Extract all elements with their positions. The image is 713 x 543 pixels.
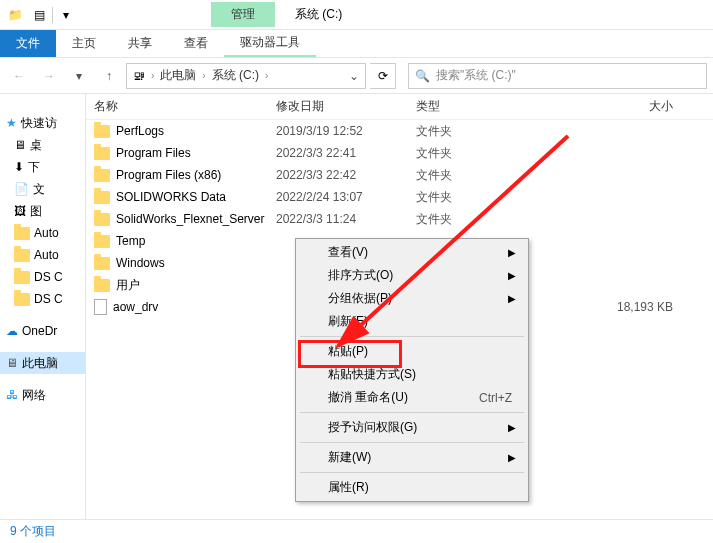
table-row[interactable]: Program Files2022/3/3 22:41文件夹 [86,142,713,164]
forward-button[interactable]: → [36,63,62,89]
sidebar-desktop[interactable]: 🖥桌 [0,134,85,156]
menu-separator [300,412,524,413]
address-bar[interactable]: 🖳 › 此电脑 › 系统 (C:) › ⌄ [126,63,366,89]
crumb-sep: › [151,70,154,81]
menu-sort[interactable]: 排序方式(O)▶ [298,264,526,287]
tab-share[interactable]: 共享 [112,30,168,57]
column-name[interactable]: 名称 [86,98,276,115]
cell-type: 文件夹 [416,211,536,228]
window-title: 系统 (C:) [275,2,362,27]
column-size[interactable]: 大小 [536,98,713,115]
pictures-icon: 🖼 [14,204,26,218]
menu-view[interactable]: 查看(V)▶ [298,241,526,264]
column-date[interactable]: 修改日期 [276,98,416,115]
menu-paste-shortcut[interactable]: 粘贴快捷方式(S) [298,363,526,386]
sidebar-folder-dsc1[interactable]: DS C [0,266,85,288]
table-row[interactable]: PerfLogs2019/3/19 12:52文件夹 [86,120,713,142]
cell-date: 2022/3/3 22:42 [276,168,416,182]
sidebar-folder-auto1[interactable]: Auto [0,222,85,244]
onedrive-icon: ☁ [6,324,18,338]
folder-icon [94,125,110,138]
ribbon: 文件 主页 共享 查看 驱动器工具 [0,30,713,58]
folder-icon [94,213,110,226]
submenu-arrow-icon: ▶ [508,270,516,281]
menu-group[interactable]: 分组依据(P)▶ [298,287,526,310]
menu-refresh[interactable]: 刷新(E) [298,310,526,333]
sidebar-downloads[interactable]: ⬇下 [0,156,85,178]
crumb-this-pc[interactable]: 此电脑 [160,67,196,84]
sidebar-onedrive[interactable]: ☁OneDr [0,320,85,342]
crumb-sep: › [265,70,268,81]
table-row[interactable]: SOLIDWORKS Data2022/2/24 13:07文件夹 [86,186,713,208]
file-icon [94,299,107,315]
menu-new[interactable]: 新建(W)▶ [298,446,526,469]
cell-type: 文件夹 [416,123,536,140]
search-box[interactable]: 🔍 搜索"系统 (C:)" [408,63,707,89]
tab-drive-tools[interactable]: 驱动器工具 [224,30,316,57]
sidebar-label: 桌 [30,137,42,154]
tab-home[interactable]: 主页 [56,30,112,57]
cell-date: 2022/3/3 11:24 [276,212,416,226]
tab-view[interactable]: 查看 [168,30,224,57]
sidebar-label: 此电脑 [22,355,58,372]
explorer-icon: 📁 [4,4,26,26]
cell-type: 文件夹 [416,189,536,206]
menu-access[interactable]: 授予访问权限(G)▶ [298,416,526,439]
downloads-icon: ⬇ [14,160,24,174]
navbar: ← → ▾ ↑ 🖳 › 此电脑 › 系统 (C:) › ⌄ ⟳ 🔍 搜索"系统 … [0,58,713,94]
new-folder-qat-icon[interactable]: ▾ [55,4,77,26]
folder-icon [14,227,30,240]
address-dropdown-icon[interactable]: ⌄ [349,69,359,83]
refresh-button[interactable]: ⟳ [370,63,396,89]
folder-icon [14,249,30,262]
sidebar-folder-auto2[interactable]: Auto [0,244,85,266]
folder-icon [14,271,30,284]
star-icon: ★ [6,116,17,130]
properties-qat-icon[interactable]: ▤ [28,4,50,26]
menu-paste[interactable]: 粘贴(P) [298,340,526,363]
cell-name: Program Files [86,146,276,160]
menu-separator [300,336,524,337]
menu-shortcut: Ctrl+Z [479,391,512,405]
statusbar: 9 个项目 [0,519,713,543]
sidebar-quick-access[interactable]: ★快速访 [0,112,85,134]
up-button[interactable]: ↑ [96,63,122,89]
menu-separator [300,442,524,443]
sidebar-label: DS C [34,270,63,284]
menu-undo-rename[interactable]: 撤消 重命名(U)Ctrl+Z [298,386,526,409]
folder-icon [94,257,110,270]
pc-icon: 🖳 [133,69,145,83]
sidebar-label: 网络 [22,387,46,404]
menu-label: 粘贴(P) [328,343,368,360]
menu-label: 刷新(E) [328,313,368,330]
menu-label: 撤消 重命名(U) [328,389,408,406]
menu-label: 新建(W) [328,449,371,466]
desktop-icon: 🖥 [14,138,26,152]
back-button[interactable]: ← [6,63,32,89]
sidebar-pictures[interactable]: 🖼图 [0,200,85,222]
submenu-arrow-icon: ▶ [508,293,516,304]
menu-label: 授予访问权限(G) [328,419,417,436]
tab-file[interactable]: 文件 [0,30,56,57]
sidebar-folder-dsc2[interactable]: DS C [0,288,85,310]
sidebar-this-pc[interactable]: 🖥此电脑 [0,352,85,374]
table-row[interactable]: SolidWorks_Flexnet_Server2022/3/3 11:24文… [86,208,713,230]
crumb-location[interactable]: 系统 (C:) [212,67,259,84]
cell-name: Program Files (x86) [86,168,276,182]
sidebar-label: Auto [34,248,59,262]
cell-name: 用户 [86,277,276,294]
menu-properties[interactable]: 属性(R) [298,476,526,499]
cell-date: 2019/3/19 12:52 [276,124,416,138]
column-type[interactable]: 类型 [416,98,536,115]
cell-name: aow_drv [86,299,276,315]
sidebar-label: OneDr [22,324,57,338]
cell-name: Temp [86,234,276,248]
table-row[interactable]: Program Files (x86)2022/3/3 22:42文件夹 [86,164,713,186]
sidebar-documents[interactable]: 📄文 [0,178,85,200]
sidebar-network[interactable]: 🖧网络 [0,384,85,406]
documents-icon: 📄 [14,182,29,196]
folder-icon [94,169,110,182]
cell-date: 2022/2/24 13:07 [276,190,416,204]
recent-dropdown[interactable]: ▾ [66,63,92,89]
cell-size: 18,193 KB [536,300,713,314]
